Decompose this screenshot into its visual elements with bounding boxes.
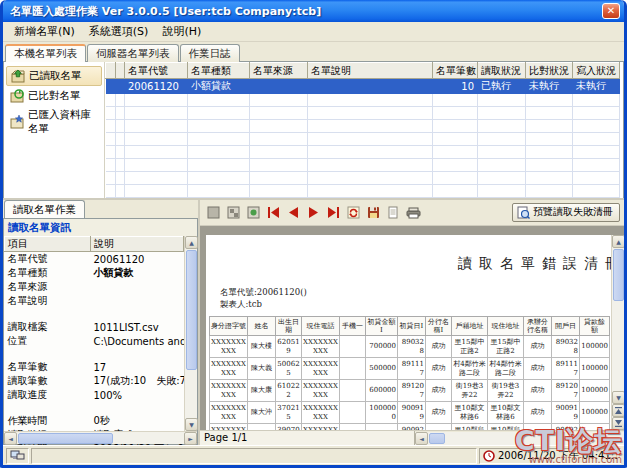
column-header[interactable]: 現住電話	[302, 317, 340, 336]
column-header[interactable]: 初貸日I	[398, 317, 426, 336]
table-row[interactable]: XXXXXXXXXX陳大義500625XXXXXXXXXX 5000008911…	[210, 358, 610, 380]
column-header[interactable]: 比對狀況	[526, 63, 573, 79]
table-cell: 900920	[552, 424, 580, 430]
table-row[interactable]: 名單來源	[5, 280, 184, 294]
table-cell: 已執行	[478, 79, 526, 94]
sidebar-item-imported-lists[interactable]: 已匯入資料庫名單	[6, 106, 102, 138]
empty-cell	[106, 185, 116, 198]
column-header[interactable]: 姓名	[248, 317, 276, 336]
info-horizontal-scrollbar[interactable]: ◄ ►	[4, 431, 197, 444]
first-page-icon[interactable]	[264, 204, 282, 222]
table-row[interactable]: 20061120小額貸款 10已執行未執行未執行	[106, 79, 620, 94]
column-header[interactable]: 戶籍地址	[452, 317, 488, 336]
fit-window-icon[interactable]	[224, 204, 242, 222]
table-cell: 名單筆數	[5, 360, 91, 374]
table-cell: XXXXXXXXXX	[302, 358, 340, 380]
next-page-icon[interactable]	[304, 204, 322, 222]
table-cell: XXXXXXXXXX	[210, 358, 248, 380]
last-page-icon[interactable]	[324, 204, 342, 222]
scroll-up-icon[interactable]: ▲	[185, 236, 198, 249]
table-cell: 名單種類	[5, 266, 91, 280]
scroll-down-icon[interactable]: ▼	[185, 418, 198, 431]
prev-page-icon[interactable]	[284, 204, 302, 222]
menu-item-new-list[interactable]: 新增名單(N)	[7, 22, 82, 41]
scroll-up-icon[interactable]: ▲	[612, 235, 625, 248]
table-row[interactable]: 讀取進度100%	[5, 388, 184, 402]
table-row[interactable]: 名單種類小額貸款	[5, 266, 184, 280]
column-header[interactable]: 說明	[91, 237, 184, 252]
scroll-thumb[interactable]	[18, 433, 113, 444]
table-row[interactable]: XXXXXXXXXX陳大沖370215XXXXXXXXXX 1000000900…	[210, 402, 610, 424]
column-header[interactable]: 身分證字號	[210, 317, 248, 336]
empty-cell	[125, 146, 188, 159]
page-down-icon[interactable]	[612, 417, 625, 430]
zoom-icon[interactable]	[244, 204, 262, 222]
menu-item-help[interactable]: 說明(H)	[155, 22, 208, 41]
title-bar[interactable]: 名單匯入處理作業 Ver 3.0.0.5 [User:tcb Company:t…	[3, 0, 624, 22]
sidebar-item-read-lists[interactable]: 已讀取名單	[6, 66, 102, 86]
empty-cell	[106, 133, 116, 146]
column-header[interactable]: 初貸金額I	[366, 317, 398, 336]
close-button[interactable]: ✕	[602, 3, 620, 19]
preview-failed-list-button[interactable]: 預覽讀取失敗清冊	[512, 203, 620, 222]
column-header[interactable]: 項目	[5, 237, 91, 252]
refresh-icon[interactable]	[344, 204, 362, 222]
column-header[interactable]: 名單種類	[188, 63, 250, 79]
table-row[interactable]: 作業時間0秒	[5, 414, 184, 428]
report-horizontal-scrollbar[interactable]: ◄	[415, 432, 624, 445]
scroll-right-icon[interactable]: ►	[184, 432, 197, 445]
column-header[interactable]	[106, 63, 116, 79]
scroll-thumb[interactable]	[186, 250, 197, 370]
column-header[interactable]: 名單說明	[308, 63, 433, 79]
column-header[interactable]: 名單來源	[250, 63, 308, 79]
column-header[interactable]: 手機一	[340, 317, 366, 336]
table-row[interactable]: 名單代號20061120	[5, 252, 184, 267]
scroll-down-icon[interactable]: ▼	[612, 391, 625, 404]
info-vertical-scrollbar[interactable]: ▲ ▼	[184, 236, 197, 431]
actual-size-icon[interactable]	[204, 204, 222, 222]
column-header[interactable]: 現住地址	[488, 317, 524, 336]
table-row[interactable]	[5, 308, 184, 320]
list-grid[interactable]: 名單代號名單種類名單來源名單說明名單筆數讀取狀況比對狀況寫入狀況 2006112…	[105, 62, 620, 198]
table-cell: C:\Documents and Settings	[91, 334, 184, 348]
table-cell: 作業時間	[5, 414, 91, 428]
table-row[interactable]: XXXXXXXXXX陳大泰390708XXXXXXXXXX 5000009009…	[210, 424, 610, 430]
report-vertical-scrollbar[interactable]: ▲ ▼	[611, 235, 624, 430]
column-header[interactable]: 出生日期	[276, 317, 302, 336]
save-icon[interactable]	[364, 204, 382, 222]
print-icon[interactable]	[404, 204, 422, 222]
column-header[interactable]: 承辦分行名稱	[524, 317, 552, 336]
table-row[interactable]: 位置C:\Documents and Settings	[5, 334, 184, 348]
tab-job-log[interactable]: 作業日誌	[180, 44, 240, 62]
table-row[interactable]: XXXXXXXXXX陳大樓620519XXXXXXXXXX 7000008903…	[210, 336, 610, 358]
scroll-thumb[interactable]	[613, 249, 624, 301]
scroll-left-icon[interactable]: ◄	[415, 432, 428, 445]
empty-cell	[188, 120, 250, 133]
table-row[interactable]: 名單筆數17	[5, 360, 184, 374]
page-setup-icon[interactable]	[384, 204, 402, 222]
column-header[interactable]: 開戶日	[552, 317, 580, 336]
page-up-icon[interactable]	[612, 404, 625, 417]
table-row[interactable]: 名單說明	[5, 294, 184, 308]
scroll-thumb[interactable]	[429, 433, 445, 444]
menu-item-system-options[interactable]: 系統選項(S)	[82, 22, 156, 41]
table-row[interactable]	[5, 348, 184, 360]
table-row[interactable]	[5, 402, 184, 414]
scroll-left-icon[interactable]: ◄	[4, 432, 17, 445]
column-header[interactable]: 名單代號	[125, 63, 188, 79]
tab-local-list[interactable]: 本機名單列表	[5, 44, 86, 62]
table-row[interactable]: XXXXXXXXXX陳大康610222XXXXXXXXXX 6000008912…	[210, 380, 610, 402]
column-header[interactable]	[116, 63, 125, 79]
column-header[interactable]: 貸款餘額	[580, 317, 610, 336]
table-row[interactable]: 讀取檔案1011LIST.csv	[5, 320, 184, 334]
table-cell: 名單來源	[5, 280, 91, 294]
table-row[interactable]: 讀取筆數17(成功:10 失敗:7)	[5, 374, 184, 388]
tab-server-list[interactable]: 伺服器名單列表	[87, 44, 179, 62]
column-header[interactable]: 寫入狀況	[573, 63, 620, 79]
sidebar-item-compared-lists[interactable]: 已比對名單	[6, 87, 102, 105]
column-header[interactable]: 讀取狀況	[478, 63, 526, 79]
tab-read-list-job[interactable]: 讀取名單作業	[4, 200, 85, 218]
empty-row	[106, 133, 620, 146]
column-header[interactable]: 分行名稱I	[426, 317, 452, 336]
column-header[interactable]: 名單筆數	[433, 63, 478, 79]
